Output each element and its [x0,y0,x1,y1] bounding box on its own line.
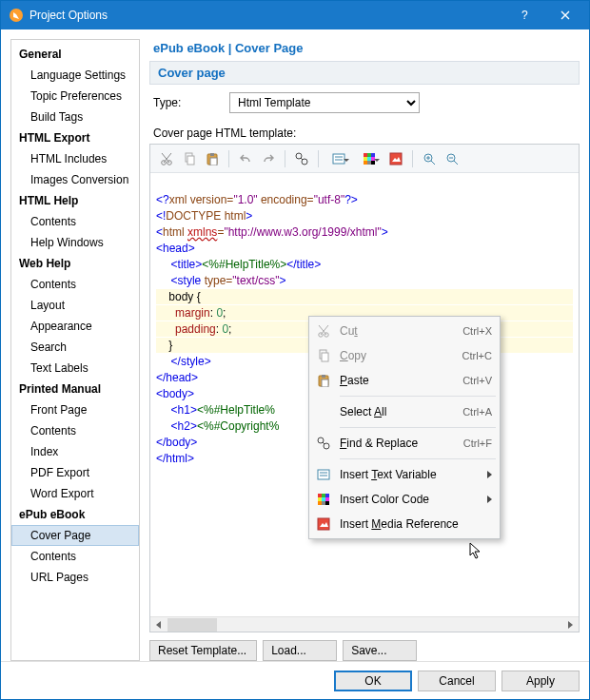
svg-rect-5 [187,156,194,165]
sidebar-item-cover-page[interactable]: Cover Page [11,525,139,546]
menu-item-label: Insert Media Reference [340,517,492,531]
menu-shortcut: Ctrl+X [446,325,492,337]
scrollbar-thumb[interactable] [167,618,217,632]
color-icon [315,491,332,508]
svg-rect-20 [371,161,375,165]
sidebar-item-help-windows[interactable]: Help Windows [11,232,139,253]
menu-item-find-replace[interactable]: Find & ReplaceCtrl+F [311,431,498,456]
menu-item-select-all[interactable]: Select AllCtrl+A [311,399,498,424]
cancel-button[interactable]: Cancel [418,671,496,691]
svg-rect-11 [333,154,344,164]
type-label: Type: [153,96,220,109]
sidebar-item-text-labels[interactable]: Text Labels [11,358,139,379]
sidebar-group-printed-manual[interactable]: Printed Manual [11,379,139,399]
sidebar-item-contents[interactable]: Contents [11,274,139,295]
sidebar-item-contents[interactable]: Contents [11,420,139,441]
horizontal-scrollbar[interactable] [150,616,579,632]
menu-item-cut: CutCtrl+X [311,319,498,343]
titlebar: Project Options ? [1,1,589,29]
menu-item-label: Find & Replace [340,437,439,450]
type-select[interactable]: Html Template [229,92,420,113]
paste-icon [315,372,332,389]
find-icon[interactable] [291,148,312,169]
editor-toolbar [150,145,579,173]
menu-item-label: Insert Text Variable [340,468,480,481]
find-icon [315,435,332,452]
menu-item-insert-media-reference[interactable]: Insert Media Reference [311,512,498,536]
menu-shortcut: Ctrl+V [446,375,492,386]
sidebar-item-appearance[interactable]: Appearance [11,316,139,337]
ok-button[interactable]: OK [334,671,412,691]
svg-rect-35 [322,494,325,497]
svg-rect-14 [371,153,375,157]
paste-icon[interactable] [202,148,223,169]
scroll-right-icon[interactable] [563,618,577,632]
zoom-out-icon[interactable] [442,148,462,169]
svg-rect-30 [322,379,328,387]
sidebar-group-html-export[interactable]: HTML Export [11,127,139,148]
svg-rect-42 [325,501,329,505]
sidebar-group-html-help[interactable]: HTML Help [11,190,139,211]
menu-shortcut: Ctrl+A [446,406,492,418]
sidebar-group-general[interactable]: General [11,44,139,65]
media-icon [315,515,332,533]
sidebar-item-build-tags[interactable]: Build Tags [11,107,139,127]
sidebar-item-images-conversion[interactable]: Images Conversion [11,169,139,190]
sidebar-item-contents[interactable]: Contents [11,211,139,232]
menu-item-insert-color-code[interactable]: Insert Color Code [311,487,498,512]
svg-rect-38 [322,497,325,501]
sidebar-item-word-export[interactable]: Word Export [11,483,139,504]
insert-media-icon[interactable] [385,148,406,169]
redo-icon[interactable] [258,148,279,169]
reset-template-button[interactable]: Reset Template... [149,640,257,661]
insert-color-icon[interactable] [355,148,384,169]
scroll-left-icon[interactable] [152,618,166,632]
insert-textvar-icon[interactable] [324,148,353,169]
context-menu[interactable]: CutCtrl+XCopyCtrl+CPasteCtrl+VSelect All… [308,316,501,539]
type-row: Type: Html Template [149,85,580,121]
menu-item-label: Copy [340,349,439,362]
sidebar-item-topic-preferences[interactable]: Topic Preferences [11,86,139,107]
category-sidebar[interactable]: GeneralLanguage SettingsTopic Preference… [10,39,140,661]
window-title: Project Options [30,9,505,22]
menu-item-insert-text-variable[interactable]: Insert Text Variable [311,462,498,487]
textvar-icon [315,466,332,483]
close-button[interactable] [545,1,585,29]
svg-rect-40 [318,501,322,505]
submenu-arrow-icon [487,496,492,503]
svg-rect-16 [367,157,371,161]
sidebar-group-web-help[interactable]: Web Help [11,253,139,274]
sidebar-item-url-pages[interactable]: URL Pages [11,567,139,588]
sidebar-item-front-page[interactable]: Front Page [11,399,139,420]
svg-rect-7 [210,153,214,156]
svg-rect-34 [318,494,322,497]
save-button[interactable]: Save... [343,640,417,661]
sidebar-item-html-includes[interactable]: HTML Includes [11,148,139,169]
load-button[interactable]: Load... [263,640,337,661]
undo-icon[interactable] [235,148,256,169]
submenu-arrow-icon [487,471,492,478]
svg-rect-17 [371,157,375,161]
sidebar-item-pdf-export[interactable]: PDF Export [11,462,139,483]
menu-item-label: Paste [340,374,439,387]
svg-rect-13 [367,153,371,157]
copy-icon[interactable] [179,148,200,169]
sidebar-item-language-settings[interactable]: Language Settings [11,65,139,86]
app-icon [9,8,24,23]
menu-item-copy: CopyCtrl+C [311,343,498,368]
cut-icon[interactable] [156,148,177,169]
apply-button[interactable]: Apply [502,671,580,691]
zoom-in-icon[interactable] [419,148,440,169]
copy-icon [315,347,332,364]
help-button[interactable]: ? [505,1,545,29]
menu-item-paste[interactable]: PasteCtrl+V [311,368,498,393]
sidebar-item-search[interactable]: Search [11,337,139,358]
blank-icon [315,403,332,420]
sidebar-item-index[interactable]: Index [11,441,139,462]
svg-rect-36 [325,494,329,497]
sidebar-item-layout[interactable]: Layout [11,295,139,316]
sidebar-group-epub-ebook[interactable]: ePub eBook [11,504,139,525]
template-label: Cover page HTML template: [149,121,580,144]
menu-shortcut: Ctrl+C [446,350,492,361]
sidebar-item-contents[interactable]: Contents [11,546,139,567]
